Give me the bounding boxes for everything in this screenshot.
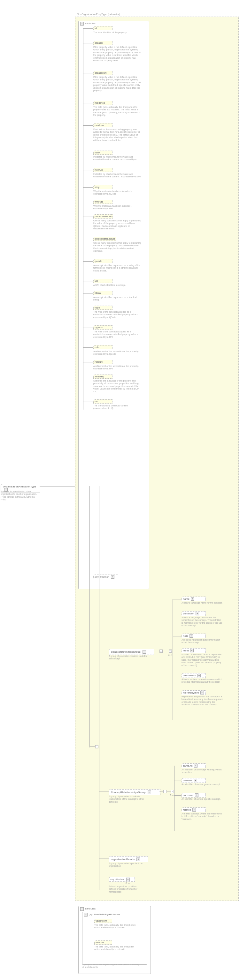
connector <box>87 921 94 921</box>
attr-name: creator <box>94 41 103 45</box>
connector <box>90 486 90 748</box>
connector <box>83 281 93 282</box>
tva-group-label: grp: timeValidityAttributes <box>89 913 120 916</box>
root-type-desc: The type for an affiliation of an organi… <box>1 490 38 501</box>
attr-creator: creator <box>93 41 112 45</box>
attr-desc: The date (and, optionally, the time) whe… <box>93 106 141 117</box>
connector <box>99 879 109 879</box>
connector <box>99 651 99 890</box>
attr-modified: modified <box>93 101 112 105</box>
diagram-canvas: OrganisationAffiliationType − The type f… <box>0 0 240 980</box>
child-desc: A natural language name for the concept. <box>181 601 223 604</box>
connector <box>173 599 173 720</box>
child-toggle[interactable]: + <box>191 597 194 601</box>
tva-attr-name: validfrom <box>96 920 107 922</box>
attr-name: modified <box>94 102 105 104</box>
child-hierarchyInfo: hierarchyInfo+ <box>181 690 206 695</box>
cdg-toggle[interactable]: − <box>142 650 146 654</box>
crg-desc: A group of properties to indicate relati… <box>109 795 150 803</box>
child-related: related+ <box>181 807 206 812</box>
attr-why: why <box>93 185 112 189</box>
attr-desc: A concept identifier expressed as a stri… <box>93 264 141 272</box>
attr-desc: A URI which identifies a concept. <box>93 284 141 286</box>
connector <box>83 308 93 308</box>
choice-icon: ⌥ <box>169 649 172 653</box>
child-name: related <box>183 808 191 811</box>
child-toggle[interactable]: + <box>189 634 193 638</box>
attr-name: why <box>94 186 100 189</box>
sequence-icon: … <box>163 790 166 793</box>
connector <box>87 943 94 943</box>
cdg-occurrence: 0..∞ <box>168 654 172 656</box>
sequence-icon: … <box>95 745 98 748</box>
attr-desc: A refinement of the semantics of the pro… <box>93 350 141 356</box>
orgdetails-name: organisationDetails <box>111 858 134 861</box>
attr-name: custom <box>94 124 104 127</box>
attr-desc: The type of the concept assigned as a co… <box>93 311 141 319</box>
attr-desc: If set to true the corresponding propert… <box>93 128 141 142</box>
attr-name: how <box>94 151 100 154</box>
child-toggle[interactable]: + <box>194 779 197 782</box>
child-desc: Represents the position of a concept in … <box>181 695 223 706</box>
orgdetails-toggle[interactable]: + <box>136 858 140 861</box>
attr-desc: Specifies the language of this property … <box>93 380 141 393</box>
connector <box>83 187 93 188</box>
tva-group-toggle[interactable]: − <box>84 913 88 916</box>
attr-name: id <box>94 27 97 30</box>
attr-name: typeuri <box>94 326 103 329</box>
attr-desc: The local identifier of the property. <box>93 31 141 34</box>
attr-qcode: qcode <box>93 259 112 263</box>
child-toggle[interactable]: + <box>197 674 201 677</box>
child-facet: facet+ <box>181 648 206 653</box>
any-other-elem-toggle[interactable]: + <box>126 878 130 881</box>
child-toggle[interactable]: + <box>192 808 196 811</box>
connector <box>90 746 96 747</box>
attr-name: pubconstrainturi <box>94 237 115 240</box>
attr-desc: A concept identifier expressed as a free… <box>93 296 141 301</box>
cdg-name: ConceptDefinitionGroup <box>111 651 141 653</box>
child-desc: A link to an item or a web resource whic… <box>181 678 223 684</box>
root-type-name: OrganisationAffiliationType <box>3 485 36 488</box>
child-name: remoteInfo <box>183 674 196 677</box>
attr-desc: Indicates by which means the value was e… <box>93 156 141 161</box>
child-toggle[interactable]: + <box>194 764 197 768</box>
child-toggle[interactable]: + <box>195 612 199 616</box>
attr-desc: The type of the concept assigned as a co… <box>93 331 141 339</box>
child-desc: An identifier of a more generic concept. <box>181 783 223 786</box>
connector <box>99 858 109 859</box>
child-name: name+ <box>181 597 206 601</box>
attr-howuri: howuri <box>93 168 112 172</box>
tva-panel-toggle[interactable]: − <box>80 907 84 911</box>
connector <box>83 239 93 239</box>
attr-name: pubconstraint <box>94 215 112 218</box>
child-name: hierarchyInfo <box>183 691 199 694</box>
connector <box>174 766 181 766</box>
attributes-expand-toggle[interactable]: − <box>80 22 84 25</box>
orgdetails-desc: A group of properties specific to an org… <box>109 862 144 868</box>
tva-attr-validto: validto <box>94 940 112 945</box>
any-other-elem-box: any: ##other + <box>109 877 135 882</box>
child-toggle[interactable]: + <box>190 649 194 652</box>
child-desc: A related concept, where the relationshi… <box>181 813 223 821</box>
attr-xmllang: xmllang <box>93 374 112 379</box>
attr-literal: literal <box>93 291 112 295</box>
attr-role: role <box>93 345 112 349</box>
cdg-desc: A group of properties required to define… <box>109 655 148 660</box>
attr-name: literal <box>94 291 101 294</box>
connector <box>83 377 93 377</box>
attr-creatoruri: creatoruri <box>93 71 112 75</box>
child-desc: A natural language definition of the sem… <box>181 616 223 627</box>
connector <box>83 362 93 363</box>
crg-toggle[interactable]: − <box>148 791 151 794</box>
attr-roleuri: roleuri <box>93 360 112 364</box>
tva-group-box: − grp: timeValidityAttributes <box>82 912 147 965</box>
ext-region-label: FlexOrganisationPropType (extension) <box>77 13 120 16</box>
child-toggle[interactable]: + <box>195 793 198 797</box>
child-desc: In NAR 1.8 and later 'facet' is deprecat… <box>181 653 223 667</box>
attr-name: creatoruri <box>94 72 106 74</box>
attr-pubconstrainturi: pubconstrainturi <box>93 237 116 241</box>
any-other-attr-toggle[interactable]: + <box>111 575 114 579</box>
attributes-panel-label: attributes <box>85 22 96 25</box>
child-toggle[interactable]: + <box>200 691 204 695</box>
attr-desc: A refinement of the semantics of the pro… <box>93 365 141 371</box>
